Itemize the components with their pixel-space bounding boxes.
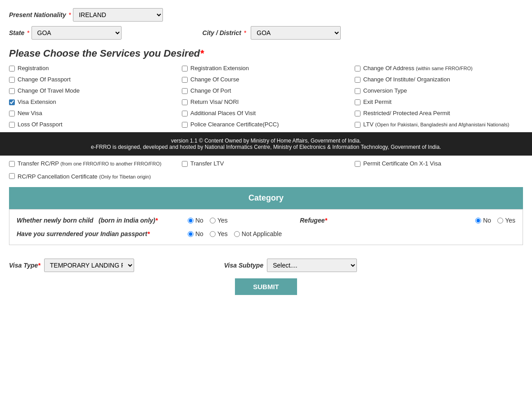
services-col2: Registration Extension Change Of Course … [182, 65, 350, 128]
submit-button[interactable]: SUBMIT [235, 278, 297, 295]
change-passport-checkbox[interactable] [9, 77, 15, 83]
category-header: Category [9, 187, 523, 209]
police-clearance-label[interactable]: Police Clearance Certificate(PCC) [190, 121, 279, 128]
visa-subtype-label: Visa Subtype [224, 262, 263, 269]
rc-cancellation-label[interactable]: RC/RP Cancellation Certificate (Only for… [18, 173, 151, 180]
exit-permit-checkbox[interactable] [355, 99, 361, 105]
loss-passport-checkbox[interactable] [9, 122, 15, 128]
newly-born-yes-radio[interactable] [210, 218, 216, 223]
city-district-label: City / District [203, 29, 241, 36]
conversion-type-label[interactable]: Conversion Type [363, 87, 407, 94]
transfer-rc-rp-checkbox[interactable] [9, 161, 15, 167]
newly-born-radio-group: No Yes [188, 217, 228, 224]
extra-services-grid: Transfer RC/RP (from one FRRO/FRO to ano… [9, 160, 523, 167]
city-district-select[interactable]: GOA PANAJI MARGAO VASCO [251, 26, 341, 40]
visa-extension-label[interactable]: Visa Extension [18, 98, 56, 105]
change-port-checkbox[interactable] [182, 88, 188, 94]
return-visa-checkbox[interactable] [182, 99, 188, 105]
city-required: * [244, 29, 246, 36]
category-row-1: Whether newly born child (born in India … [17, 217, 515, 224]
visa-subtype-select[interactable]: Select.... Option 1 Option 2 [267, 259, 357, 272]
police-clearance-checkbox[interactable] [182, 122, 188, 128]
refugee-no-radio[interactable] [475, 218, 481, 223]
change-address-label[interactable]: Change Of Address (within same FRRO/FRO) [363, 65, 473, 71]
loss-passport-label[interactable]: Loss Of Passport [18, 121, 63, 128]
newly-born-no-label[interactable]: No [195, 217, 203, 224]
service-loss-passport: Loss Of Passport [9, 121, 177, 128]
service-conversion-type: Conversion Type [355, 87, 523, 94]
permit-cert-x1-checkbox[interactable] [355, 161, 361, 167]
transfer-rc-rp-label[interactable]: Transfer RC/RP (from one FRRO/FRO to ano… [18, 160, 162, 167]
surrendered-na-label[interactable]: Not Applicable [242, 230, 282, 237]
new-visa-label[interactable]: New Visa [18, 110, 42, 116]
surrendered-label: Have you surrendered your Indian passpor… [17, 230, 183, 237]
change-institute-label[interactable]: Change Of Institute/ Organization [363, 76, 450, 83]
registration-checkbox[interactable] [9, 66, 15, 71]
rc-cancellation-checkbox[interactable] [9, 173, 15, 179]
service-new-visa: New Visa [9, 110, 177, 116]
visa-type-select[interactable]: TEMPORARY LANDING PER TOURIST BUSINESS S… [44, 259, 134, 272]
service-change-travel-mode: Change Of Travel Mode [9, 87, 177, 94]
restricted-area-checkbox[interactable] [355, 111, 361, 116]
footer-bar: version 1.1 © Content Owned by Ministry … [0, 132, 532, 156]
restricted-area-label[interactable]: Restricted/ Protected Area Permit [363, 110, 450, 116]
exit-permit-label[interactable]: Exit Permit [363, 98, 392, 105]
change-travel-mode-label[interactable]: Change Of Travel Mode [18, 87, 80, 94]
surrendered-no: No [188, 230, 203, 237]
surrendered-no-label[interactable]: No [195, 230, 203, 237]
conversion-type-checkbox[interactable] [355, 88, 361, 94]
footer-line2: e-FRRO is designed, developed and hosted… [9, 144, 523, 150]
service-change-passport: Change Of Passport [9, 76, 177, 83]
new-visa-checkbox[interactable] [9, 111, 15, 116]
additional-places-checkbox[interactable] [182, 111, 188, 116]
refugee-yes-label[interactable]: Yes [505, 217, 515, 224]
service-registration: Registration [9, 65, 177, 71]
state-required: * [27, 29, 29, 36]
transfer-ltv-label[interactable]: Transfer LTV [190, 160, 224, 167]
present-nationality-select[interactable]: IRELAND INDIA USA UK AUSTRALIA [73, 8, 163, 22]
service-permit-cert-x1: Permit Certificate On X-1 Visa [355, 160, 523, 167]
surrendered-no-radio[interactable] [188, 231, 194, 237]
surrendered-yes-label[interactable]: Yes [217, 230, 228, 237]
refugee-radio-group: No Yes [475, 217, 515, 224]
additional-places-label[interactable]: Additional Places Of Visit [190, 110, 256, 116]
newly-born-no-radio[interactable] [188, 218, 194, 223]
ltv-label[interactable]: LTV (Open for Pakistani, Bangladeshi and… [363, 121, 509, 128]
category-row-2: Have you surrendered your Indian passpor… [17, 230, 515, 237]
refugee-no: No [475, 217, 491, 224]
footer-line1: version 1.1 © Content Owned by Ministry … [9, 138, 523, 144]
surrendered-radio-group: No Yes Not Applicable [188, 230, 282, 237]
service-ltv: LTV (Open for Pakistani, Bangladeshi and… [355, 121, 523, 128]
visa-extension-checkbox[interactable] [9, 99, 15, 105]
surrendered-yes-radio[interactable] [210, 231, 216, 237]
ltv-checkbox[interactable] [355, 122, 361, 128]
service-change-institute: Change Of Institute/ Organization [355, 76, 523, 83]
category-title: Category [248, 193, 284, 202]
change-course-label[interactable]: Change Of Course [190, 76, 239, 83]
transfer-ltv-checkbox[interactable] [182, 161, 188, 167]
surrendered-na-radio[interactable] [234, 231, 240, 237]
change-institute-checkbox[interactable] [355, 77, 361, 83]
refugee-no-label[interactable]: No [483, 217, 491, 224]
change-course-checkbox[interactable] [182, 77, 188, 83]
state-select[interactable]: GOA DELHI MUMBAI KERALA [32, 26, 122, 40]
category-section: Category Whether newly born child (born … [9, 187, 523, 245]
registration-label[interactable]: Registration [18, 65, 49, 71]
service-police-clearance: Police Clearance Certificate(PCC) [182, 121, 350, 128]
registration-extension-checkbox[interactable] [182, 66, 188, 71]
visa-form: Visa Type* TEMPORARY LANDING PER TOURIST… [9, 252, 523, 301]
change-port-label[interactable]: Change Of Port [190, 87, 231, 94]
present-nationality-required: * [69, 11, 71, 18]
return-visa-label[interactable]: Return Visa/ NORI [190, 98, 239, 105]
permit-cert-x1-label[interactable]: Permit Certificate On X-1 Visa [363, 160, 441, 167]
services-col1: Registration Change Of Passport Change O… [9, 65, 177, 128]
refugee-yes-radio[interactable] [497, 218, 503, 223]
newly-born-yes-label[interactable]: Yes [217, 217, 228, 224]
services-col3: Change Of Address (within same FRRO/FRO)… [355, 65, 523, 128]
change-passport-label[interactable]: Change Of Passport [18, 76, 71, 83]
service-change-address: Change Of Address (within same FRRO/FRO) [355, 65, 523, 71]
registration-extension-label[interactable]: Registration Extension [190, 65, 249, 71]
change-address-checkbox[interactable] [355, 66, 361, 71]
state-label: State [9, 29, 24, 36]
change-travel-mode-checkbox[interactable] [9, 88, 15, 94]
